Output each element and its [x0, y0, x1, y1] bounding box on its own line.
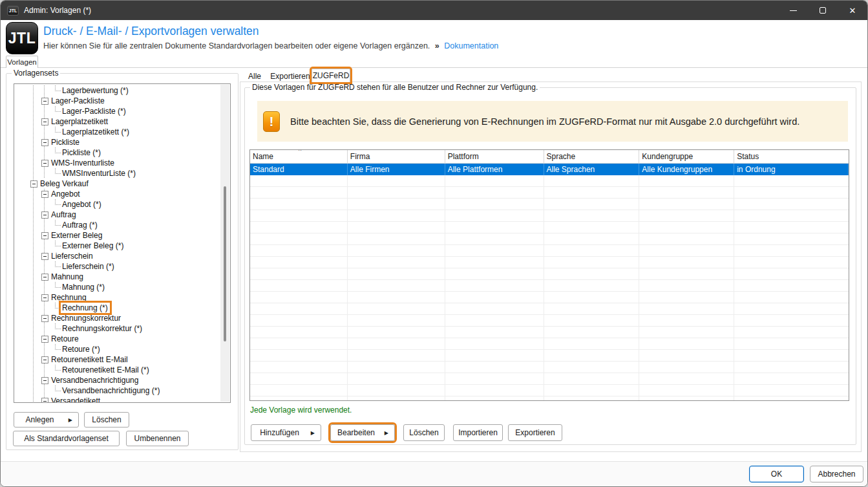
tree-item[interactable]: Pickliste (*) — [14, 147, 220, 158]
table-empty-row — [250, 257, 849, 268]
tree-branch[interactable]: Rechnung — [14, 292, 220, 303]
tree-collapse-icon[interactable] — [39, 334, 50, 344]
tree-branch[interactable]: Pickliste — [14, 137, 220, 147]
close-button[interactable]: ✕ — [838, 1, 867, 20]
tree-connector — [50, 199, 61, 210]
tree-collapse-icon[interactable] — [39, 292, 50, 303]
minimize-button[interactable] — [778, 1, 808, 20]
tree-collapse-icon[interactable] — [39, 375, 50, 385]
tree-connector — [50, 282, 61, 292]
column-header-sprache[interactable]: Sprache — [544, 150, 640, 163]
tree-branch[interactable]: Retoure — [14, 334, 220, 344]
tree-item[interactable]: Mahnung (*) — [14, 282, 220, 292]
window-title: Admin: Vorlagen (*) — [24, 6, 91, 15]
tree-connector — [39, 199, 50, 210]
page-title: Druck- / E-Mail- / Exportvorlagen verwal… — [43, 25, 259, 38]
tree-item-label: Lager-Packliste (*) — [61, 106, 128, 116]
tree-connector — [28, 292, 39, 303]
tab-zugferd[interactable]: ZUGFeRD — [312, 69, 350, 82]
tree-collapse-icon[interactable] — [28, 179, 39, 189]
tree-item[interactable]: Angebot (*) — [14, 199, 220, 210]
bearbeiten-button[interactable]: Bearbeiten ▶ — [330, 424, 395, 441]
tree-branch[interactable]: Beleg Verkauf — [14, 179, 220, 189]
tab-vorlagen[interactable]: Vorlagen — [6, 56, 38, 68]
table-empty-row — [250, 373, 849, 385]
tree-collapse-icon[interactable] — [39, 210, 50, 220]
anlegen-button[interactable]: Anlegen ▶ — [14, 412, 79, 427]
vorlagensets-treeview[interactable]: Lagerbewertung (*)Lager-PacklisteLager-P… — [14, 83, 231, 403]
tree-branch[interactable]: Lager-Packliste — [14, 96, 220, 106]
exportieren-button[interactable]: Exportieren — [508, 424, 562, 441]
tree-item[interactable]: Retourenetikett E-Mail (*) — [14, 365, 220, 375]
column-header-plattform[interactable]: Plattform — [445, 150, 544, 163]
tree-collapse-icon[interactable] — [39, 116, 50, 127]
tree-item[interactable]: Lagerplatzetikett (*) — [14, 127, 220, 137]
importieren-button[interactable]: Importieren — [453, 424, 503, 441]
tree-branch[interactable]: Lieferschein — [14, 251, 220, 261]
column-header-firma[interactable]: Firma — [348, 150, 445, 163]
tree-branch[interactable]: Angebot — [14, 189, 220, 199]
tree-branch[interactable]: Auftrag — [14, 210, 220, 220]
tree-item-label: Versandbenachrichtigung (*) — [61, 385, 162, 396]
jtl-logo: JTL — [6, 22, 38, 54]
tree-collapse-icon[interactable] — [39, 158, 50, 168]
tree-branch[interactable]: Rechnungskorrektur — [14, 313, 220, 323]
tree-item-label: Rechnungskorrektur (*) — [61, 323, 144, 334]
tree-connector — [28, 230, 39, 241]
column-header-status[interactable]: Status — [734, 150, 849, 163]
tree-item[interactable]: Lieferschein (*) — [14, 261, 220, 272]
hinzufuegen-button[interactable]: Hinzufügen ▶ — [251, 424, 321, 441]
table-empty-row — [250, 210, 849, 222]
tree-item[interactable]: Versandbenachrichtigung (*) — [14, 385, 220, 396]
tree-connector — [28, 158, 39, 168]
tree-collapse-icon[interactable] — [39, 251, 50, 261]
table-row[interactable]: StandardAlle FirmenAlle PlattformenAlle … — [250, 164, 849, 175]
tree-collapse-icon[interactable] — [39, 272, 50, 282]
tree-item[interactable]: Rechnungskorrektur (*) — [14, 323, 220, 334]
tree-item[interactable]: Lagerbewertung (*) — [14, 85, 220, 96]
tree-branch[interactable]: Mahnung — [14, 272, 220, 282]
tree-collapse-icon[interactable] — [39, 354, 50, 365]
templates-table[interactable]: Name^FirmaPlattformSpracheKundengruppeSt… — [249, 149, 849, 401]
tab-alle[interactable]: Alle — [240, 70, 269, 82]
tree-branch[interactable]: Lagerplatzetikett — [14, 116, 220, 127]
tree-branch[interactable]: Versandetikett — [14, 396, 220, 403]
als-standardvorlagenset-button[interactable]: Als Standardvorlagenset — [13, 431, 120, 446]
loeschen-vorlage-button[interactable]: Löschen — [403, 424, 445, 441]
tree-collapse-icon[interactable] — [39, 137, 50, 147]
maximize-button[interactable] — [808, 1, 838, 20]
tree-item[interactable]: Retoure (*) — [14, 344, 220, 354]
tree-item[interactable]: Externer Beleg (*) — [14, 241, 220, 251]
ok-button[interactable]: OK — [749, 466, 804, 482]
tree-collapse-icon[interactable] — [39, 313, 50, 323]
dokumentation-link[interactable]: Dokumentation — [444, 41, 498, 50]
tree-collapse-icon[interactable] — [39, 230, 50, 241]
tab-exportieren[interactable]: Exportieren — [270, 70, 310, 82]
abbrechen-button[interactable]: Abbrechen — [810, 466, 863, 482]
tree-connector — [28, 282, 39, 292]
app-icon: JTL — [7, 6, 19, 16]
tree-item[interactable]: WMSInventurListe (*) — [14, 168, 220, 179]
column-header-kundengruppe[interactable]: Kundengruppe — [639, 150, 734, 163]
tree-branch[interactable]: Versandbenachrichtigung — [14, 375, 220, 385]
column-header-name[interactable]: Name^ — [250, 150, 348, 163]
tree-connector — [28, 199, 39, 210]
tree-item-label: Pickliste (*) — [61, 147, 103, 158]
tree-branch[interactable]: Externer Beleg — [14, 230, 220, 241]
tree-collapse-icon[interactable] — [39, 396, 50, 403]
tree-item[interactable]: Lager-Packliste (*) — [14, 106, 220, 116]
umbenennen-button[interactable]: Umbenennen — [126, 431, 189, 446]
tree-scrollbar[interactable] — [220, 85, 229, 402]
tree-collapse-icon[interactable] — [39, 96, 50, 106]
tree-item-label: Retourenetikett E-Mail — [50, 354, 130, 365]
column-header-label: Name — [253, 152, 273, 161]
tree-item[interactable]: Rechnung (*) — [14, 303, 220, 313]
tree-branch[interactable]: Retourenetikett E-Mail — [14, 354, 220, 365]
tree-item-label: Auftrag (*) — [61, 220, 100, 230]
tree-item[interactable]: Auftrag (*) — [14, 220, 220, 230]
loeschen-vorlagenset-button[interactable]: Löschen — [84, 412, 129, 427]
tree-branch[interactable]: WMS-Inventurliste — [14, 158, 220, 168]
tree-collapse-icon[interactable] — [39, 189, 50, 199]
loeschen-label: Löschen — [92, 415, 121, 424]
tree-scrollbar-thumb[interactable] — [224, 186, 226, 341]
